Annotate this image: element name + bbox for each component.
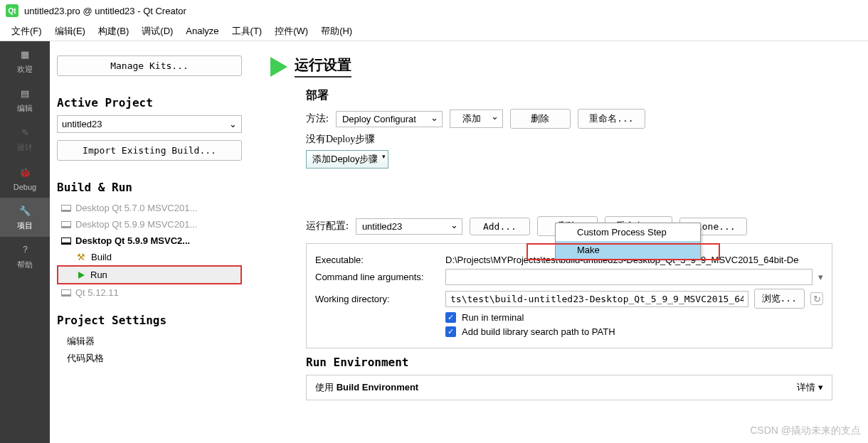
pencil-icon: ✎ <box>18 125 32 139</box>
chevron-down-icon[interactable]: ▾ <box>818 272 823 282</box>
manage-kits-button[interactable]: Manage Kits... <box>57 55 242 76</box>
run-terminal-checkbox[interactable]: ✓ <box>445 312 456 323</box>
play-icon <box>78 272 85 279</box>
window-title: untitled23.pro @ untitled23 - Qt Creator <box>24 6 186 16</box>
watermark: CSDN @撬动未来的支点 <box>750 425 861 437</box>
no-deploy-label: 没有Deploy步骤 <box>306 133 375 146</box>
menu-help[interactable]: 帮助(H) <box>315 22 358 41</box>
wrench-icon: 🔧 <box>18 203 32 218</box>
hammer-icon: ⚒ <box>77 252 85 262</box>
grid-icon: ▦ <box>18 47 32 61</box>
details-expand[interactable]: 详情 ▾ <box>797 381 823 394</box>
help-icon: ？ <box>18 242 32 257</box>
deploy-method-select[interactable]: Deploy Configurat <box>336 111 443 127</box>
menu-tools[interactable]: 工具(T) <box>226 22 268 41</box>
menu-debug[interactable]: 调试(D) <box>136 22 179 41</box>
mode-rail: ▦欢迎 ▤编辑 ✎设计 🐞Debug 🔧项目 ？帮助 <box>0 41 50 443</box>
titlebar: Qt untitled23.pro @ untitled23 - Qt Crea… <box>0 0 868 21</box>
env-box: 使用 Build Environment 详情 ▾ <box>306 375 832 400</box>
executable-label: Executable: <box>315 255 440 265</box>
rail-design[interactable]: ✎设计 <box>0 119 50 159</box>
kit-item-3[interactable]: Qt 5.12.11 <box>57 284 242 301</box>
content-area: 运行设置 部署 方法: Deploy Configurat 添加 删除 重命名.… <box>249 41 868 443</box>
browse-button[interactable]: 浏览... <box>754 289 805 309</box>
kit-item-1[interactable]: Desktop Qt 5.9.9 MSVC201... <box>57 216 242 233</box>
method-label: 方法: <box>306 112 329 125</box>
deploy-add-button[interactable]: 添加 <box>450 110 503 128</box>
monitor-icon <box>61 237 71 245</box>
import-build-button[interactable]: Import Existing Build... <box>57 140 242 161</box>
monitor-icon <box>61 205 71 212</box>
project-select[interactable]: untitled23⌄ <box>57 115 242 133</box>
menu-analyze[interactable]: Analyze <box>180 23 224 39</box>
run-play-icon <box>270 57 287 77</box>
rail-edit[interactable]: ▤编辑 <box>0 80 50 119</box>
document-icon: ▤ <box>18 86 32 100</box>
kit-build[interactable]: ⚒Build <box>57 249 242 265</box>
project-settings-title: Project Settings <box>57 314 242 327</box>
cmdargs-input[interactable] <box>445 269 813 285</box>
rail-debug[interactable]: 🐞Debug <box>0 159 50 198</box>
kit-run[interactable]: Run <box>57 265 242 284</box>
run-config-select[interactable]: untitled23 <box>356 218 462 235</box>
settings-editor[interactable]: 编辑器 <box>57 333 242 350</box>
add-path-label: Add build library search path to PATH <box>462 326 615 337</box>
settings-codestyle[interactable]: 代码风格 <box>57 350 242 367</box>
run-env-title: Run Environment <box>306 356 868 369</box>
highlight-box <box>526 243 720 260</box>
build-run-title: Build & Run <box>57 181 242 194</box>
reset-icon[interactable]: ↻ <box>810 292 823 305</box>
kit-item-2[interactable]: Desktop Qt 5.9.9 MSVC2... <box>57 233 242 249</box>
monitor-icon <box>61 289 71 297</box>
deploy-rename-button[interactable]: 重命名... <box>578 109 645 129</box>
menu-build[interactable]: 构建(B) <box>92 22 134 41</box>
rail-help[interactable]: ？帮助 <box>0 237 50 276</box>
add-path-checkbox[interactable]: ✓ <box>445 326 456 337</box>
deploy-remove-button[interactable]: 删除 <box>510 109 571 129</box>
add-deploy-step-button[interactable]: 添加Deploy步骤 <box>306 150 388 169</box>
kit-item-0[interactable]: Desktop Qt 5.7.0 MSVC201... <box>57 200 242 216</box>
dd-custom-process[interactable]: Custom Process Step <box>556 223 700 241</box>
menu-edit[interactable]: 编辑(E) <box>49 22 91 41</box>
menubar: 文件(F) 编辑(E) 构建(B) 调试(D) Analyze 工具(T) 控件… <box>0 21 868 41</box>
monitor-icon <box>61 221 71 228</box>
run-config-label: 运行配置: <box>306 220 349 233</box>
rail-welcome[interactable]: ▦欢迎 <box>0 41 50 80</box>
run-add-button[interactable]: Add... <box>470 218 530 235</box>
use-env-label: 使用 Build Environment <box>315 381 418 394</box>
deploy-section-title: 部署 <box>306 88 868 103</box>
qt-logo-icon: Qt <box>6 4 18 17</box>
workdir-label: Working directory: <box>315 294 440 304</box>
cmdargs-label: Command line arguments: <box>315 272 440 282</box>
bug-icon: 🐞 <box>18 166 32 180</box>
menu-widgets[interactable]: 控件(W) <box>269 22 314 41</box>
project-sidebar: Manage Kits... Active Project untitled23… <box>50 41 249 443</box>
page-title: 运行设置 <box>295 55 351 78</box>
menu-file[interactable]: 文件(F) <box>6 22 48 41</box>
rail-projects[interactable]: 🔧项目 <box>0 198 50 237</box>
workdir-input[interactable] <box>445 291 748 307</box>
active-project-title: Active Project <box>57 96 242 110</box>
run-terminal-label: Run in terminal <box>462 312 524 323</box>
